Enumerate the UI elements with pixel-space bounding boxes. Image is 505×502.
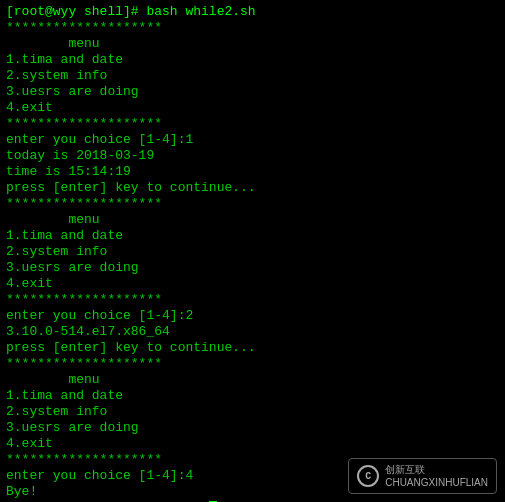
menu-item-2-3: 3.uesrs are doing [6, 260, 499, 276]
menu-header-1: menu [6, 36, 499, 52]
menu-item-3-4: 4.exit [6, 436, 499, 452]
prompt-line: [root@wyy shell]# bash while2.sh [6, 4, 499, 20]
watermark-text: 创新互联 CHUANGXINHUFLIAN [385, 463, 488, 489]
menu-item-3-3: 3.uesrs are doing [6, 420, 499, 436]
menu-item-1-3: 3.uesrs are doing [6, 84, 499, 100]
time-line: time is 15:14:19 [6, 164, 499, 180]
enter-choice-2: enter you choice [1-4]:2 [6, 308, 499, 324]
kernel-line: 3.10.0-514.el7.x86_64 [6, 324, 499, 340]
menu-item-2-1: 1.tima and date [6, 228, 499, 244]
menu-item-1-2: 2.system info [6, 68, 499, 84]
separator-2: ******************** [6, 116, 499, 132]
separator-3: ******************** [6, 196, 499, 212]
menu-item-2-2: 2.system info [6, 244, 499, 260]
menu-item-1-1: 1.tima and date [6, 52, 499, 68]
enter-choice-1: enter you choice [1-4]:1 [6, 132, 499, 148]
menu-item-3-2: 2.system info [6, 404, 499, 420]
today-line: today is 2018-03-19 [6, 148, 499, 164]
menu-header-3: menu [6, 372, 499, 388]
separator-1: ******************** [6, 20, 499, 36]
press-enter-2: press [enter] key to continue... [6, 340, 499, 356]
watermark-badge: C 创新互联 CHUANGXINHUFLIAN [348, 458, 497, 494]
terminal-window: [root@wyy shell]# bash while2.sh *******… [0, 0, 505, 502]
press-enter-1: press [enter] key to continue... [6, 180, 499, 196]
separator-4: ******************** [6, 292, 499, 308]
menu-item-2-4: 4.exit [6, 276, 499, 292]
separator-5: ******************** [6, 356, 499, 372]
menu-item-1-4: 4.exit [6, 100, 499, 116]
menu-header-2: menu [6, 212, 499, 228]
watermark-icon: C [357, 465, 379, 487]
menu-item-3-1: 1.tima and date [6, 388, 499, 404]
